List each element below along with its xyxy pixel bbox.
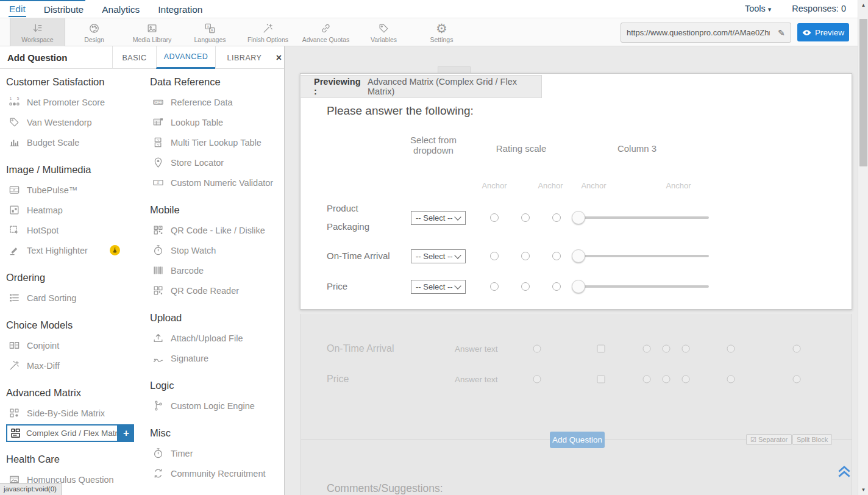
panel-item-conjoint[interactable]: Conjoint <box>6 335 145 355</box>
add-question-button[interactable]: Add Question <box>550 432 605 448</box>
section-title-data-reference: Data Reference <box>150 76 283 88</box>
panel-item-qr-code-reader[interactable]: QR Code Reader <box>150 280 283 301</box>
panel-item-net-promoter-score[interactable]: 15Net Promoter Score <box>6 92 145 112</box>
panel-item-card-sorting[interactable]: Card Sorting <box>6 288 145 308</box>
panel-item-label: Attach/Upload File <box>171 333 243 343</box>
rating-radio[interactable] <box>521 252 530 260</box>
panel-item-attach-upload-file[interactable]: Attach/Upload File <box>150 328 283 348</box>
add-question-panel: Add Question BASICADVANCEDLIBRARY × Cust… <box>0 46 285 495</box>
rating-radio[interactable] <box>552 213 561 222</box>
panel-item-label: Signature <box>171 354 208 363</box>
section-title-choice-models: Choice Models <box>6 319 145 331</box>
panel-item-stop-watch[interactable]: Stop Watch <box>150 240 283 260</box>
select-dropdown[interactable]: -- Select -- <box>411 211 466 225</box>
toolbar-item-variables[interactable]: Variables <box>355 18 413 46</box>
panel-item-timer[interactable]: Timer <box>150 443 283 463</box>
rating-radio[interactable] <box>521 282 530 291</box>
rating-radio[interactable] <box>552 252 561 260</box>
survey-url-input[interactable] <box>621 28 772 37</box>
tools-menu[interactable]: Tools ▾ <box>745 4 771 13</box>
slider-handle[interactable] <box>572 249 585 263</box>
panel-item-text-highlighter[interactable]: Text Highlighter <box>6 240 145 260</box>
preview-button[interactable]: Preview <box>797 23 849 41</box>
panel-item-tubepulse[interactable]: TubePulse™ <box>6 180 145 200</box>
toolbar-item-design[interactable]: Design <box>65 18 123 46</box>
panel-item-community-recruitment[interactable]: Community Recruitment <box>150 463 283 483</box>
tab-basic[interactable]: BASIC <box>112 46 156 69</box>
signature-icon <box>151 352 165 364</box>
nav-item-edit[interactable]: Edit <box>9 1 26 17</box>
panel-item-heatmap[interactable]: Heatmap <box>6 200 145 220</box>
split-block-button[interactable]: Split Block <box>792 434 832 445</box>
rating-radio[interactable] <box>490 282 499 291</box>
link-status-bar: javascript:void(0) <box>0 483 62 495</box>
panel-item-label: Card Sorting <box>27 293 76 303</box>
tab-library[interactable]: LIBRARY <box>215 46 273 69</box>
responses-count[interactable]: Responses: 0 <box>792 4 846 13</box>
nav-item-integration[interactable]: Integration <box>157 2 203 16</box>
toolbar-item-finish-options[interactable]: Finish Options <box>239 18 297 46</box>
panel-item-label: Complex Grid / Flex Matrix <box>26 429 124 438</box>
select-dropdown[interactable]: -- Select -- <box>411 249 466 263</box>
panel-item-reference-data[interactable]: 94123Reference Data <box>150 92 283 112</box>
rating-radio[interactable] <box>552 282 561 291</box>
close-icon[interactable]: × <box>273 46 285 69</box>
nav-item-analytics[interactable]: Analytics <box>101 2 140 16</box>
scroll-up-arrow-icon[interactable]: ▲ <box>858 0 868 10</box>
palette-icon <box>88 21 100 35</box>
heatmap-icon <box>7 204 21 216</box>
panel-item-lookup-table[interactable]: Lookup Table <box>150 112 283 132</box>
panel-item-custom-numeric-validator[interactable]: #Custom Numeric Validator <box>150 173 283 193</box>
anchor-label: Anchor <box>538 181 563 190</box>
add-question-plus-button[interactable]: + <box>118 424 134 442</box>
scroll-down-arrow-icon[interactable]: ▼ <box>858 485 868 495</box>
disabled-radio <box>727 345 735 353</box>
toolbar-item-media-library[interactable]: Media Library <box>123 18 181 46</box>
disabled-radio <box>643 376 651 383</box>
tab-advanced[interactable]: ADVANCED <box>156 46 215 69</box>
panel-item-label: Net Promoter Score <box>27 98 105 107</box>
page-scrollbar[interactable]: ▲ ▼ <box>858 0 868 495</box>
toolbar-item-settings[interactable]: ⚙Settings <box>413 18 471 46</box>
chevron-down-icon <box>454 282 461 289</box>
slider-handle[interactable] <box>572 211 585 224</box>
panel-item-store-locator[interactable]: Store Locator <box>150 152 283 173</box>
rating-radio[interactable] <box>490 213 499 222</box>
panel-item-label: Text Highlighter <box>27 246 88 255</box>
panel-item-hotspot[interactable]: HotSpot <box>6 220 145 240</box>
svg-text:A: A <box>211 28 214 32</box>
image-icon <box>146 21 158 35</box>
question-title: Please answer the following: <box>327 104 474 118</box>
panel-item-van-westendorp[interactable]: Van Westendorp <box>6 112 145 132</box>
panel-item-budget-scale[interactable]: Budget Scale <box>6 132 145 152</box>
select-dropdown[interactable]: -- Select -- <box>411 280 466 294</box>
edit-url-pencil-icon[interactable]: ✎ <box>772 23 791 42</box>
section-title-image-multimedia: Image / Multimedia <box>6 164 145 176</box>
scrollbar-thumb[interactable] <box>859 19 867 166</box>
svg-text:1: 1 <box>9 96 12 101</box>
video-icon <box>7 184 21 196</box>
panel-item-max-diff[interactable]: Max-Diff <box>6 355 145 376</box>
toolbar-item-label: Languages <box>194 36 226 43</box>
toolbar-item-workspace[interactable]: Workspace <box>10 18 65 46</box>
panel-item-qr-code-like-dislike[interactable]: QR Code - Like / Dislike <box>150 220 283 240</box>
qr-code-icon <box>151 224 165 236</box>
nav-item-distribute[interactable]: Distribute <box>43 2 84 16</box>
panel-item-signature[interactable]: Signature <box>150 348 283 368</box>
panel-item-multi-tier-lookup-table[interactable]: Multi Tier Lookup Table <box>150 132 283 152</box>
rating-radio[interactable] <box>521 213 530 222</box>
scroll-to-top-icon[interactable] <box>836 463 852 479</box>
panel-item-custom-logic-engine[interactable]: Custom Logic Engine <box>150 396 283 416</box>
rating-radio[interactable] <box>490 252 499 260</box>
slider-handle[interactable] <box>572 280 585 293</box>
panel-item-label: Stop Watch <box>171 246 216 255</box>
comments-label: Comments/Suggestions: <box>327 482 443 495</box>
separator-toggle[interactable]: ☑ Separator <box>746 434 792 445</box>
editor-row-label: Price <box>327 374 349 385</box>
panel-item-barcode[interactable]: Barcode <box>150 260 283 280</box>
toolbar-item-languages[interactable]: xALanguages <box>181 18 239 46</box>
bar-chart-icon <box>7 137 21 148</box>
panel-item-side-by-side-matrix[interactable]: Side-By-Side Matrix <box>6 403 145 423</box>
toolbar-item-advance-quotas[interactable]: Advance Quotas <box>297 18 355 46</box>
panel-item-complex-grid-flex-matrix[interactable]: Complex Grid / Flex Matrix <box>6 424 118 442</box>
